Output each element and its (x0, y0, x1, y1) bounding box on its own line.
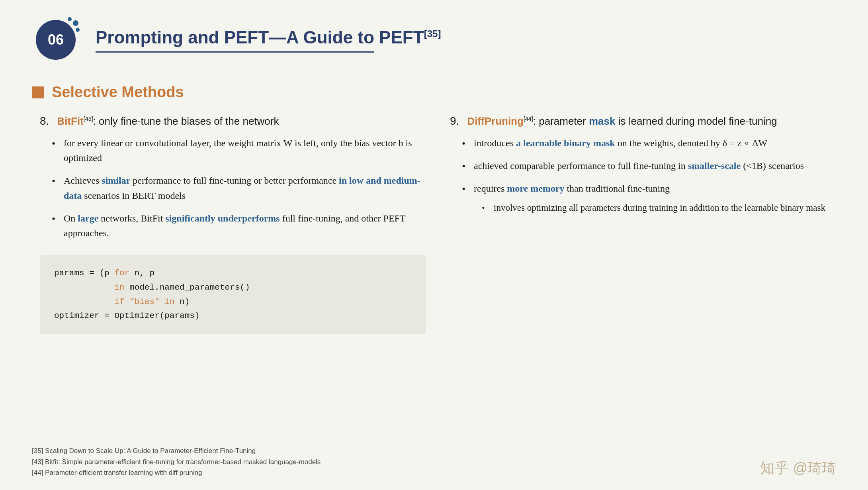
bitfit-label: BitFit (57, 115, 83, 127)
left-bullet-3: On large networks, BitFit significantly … (52, 211, 426, 241)
smaller-scale-highlight: smaller-scale (688, 161, 741, 171)
left-bullet-2: Achieves similar performance to full fin… (52, 173, 426, 203)
learnable-mask-highlight: a learnable binary mask (516, 138, 615, 148)
slide-number: 06 (48, 31, 64, 48)
right-sub-bullet-list: involves optimizing all parameters durin… (482, 201, 836, 215)
diffpruning-label: DiffPruning (467, 115, 524, 127)
large-highlight: large (78, 213, 98, 223)
item8-heading: 8.BitFit[43]: only fine-tune the biases … (40, 113, 426, 129)
right-bullet-3: requires more memory than traditional fi… (462, 181, 836, 215)
badge-circle: 06 (36, 20, 76, 60)
header-title: Prompting and PEFT—A Guide to PEFT[35] (96, 27, 836, 48)
mask-highlight: mask (589, 115, 616, 127)
code-block: params = (p for n, p in model.named_para… (40, 255, 426, 334)
content-area: 8.BitFit[43]: only fine-tune the biases … (40, 113, 836, 334)
ref-35: [35] Scaling Down to Scale Up: A Guide t… (32, 445, 321, 456)
ref-44: [44] Parameter-efficient transfer learni… (32, 467, 321, 478)
svg-point-1 (68, 17, 72, 21)
more-memory-highlight: more memory (507, 183, 564, 194)
left-column: 8.BitFit[43]: only fine-tune the biases … (40, 113, 426, 334)
underperforms-highlight: significantly underperforms (165, 213, 280, 223)
header-title-area: Prompting and PEFT—A Guide to PEFT[35] (96, 27, 836, 53)
slide-number-badge: 06 (32, 16, 80, 64)
watermark: 知乎 @琦琦 (760, 459, 836, 478)
similar-highlight: similar (102, 175, 130, 186)
item9-heading: 9.DiffPruning[44]: parameter mask is lea… (450, 113, 836, 129)
right-bullet-1: introduces a learnable binary mask on th… (462, 136, 836, 151)
section-title: Selective Methods (52, 84, 184, 101)
svg-point-0 (73, 20, 78, 26)
footer: [35] Scaling Down to Scale Up: A Guide t… (32, 445, 836, 478)
right-bullet-2: achieved comparable performance to full … (462, 159, 836, 173)
footer-references: [35] Scaling Down to Scale Up: A Guide t… (32, 445, 321, 478)
slide: 06 Prompting and PEFT—A Guide to PEFT[35… (0, 0, 868, 490)
right-column: 9.DiffPruning[44]: parameter mask is lea… (450, 113, 836, 334)
left-bullet-list: for every linear or convolutional layer,… (52, 136, 426, 241)
right-bullet-list: introduces a learnable binary mask on th… (462, 136, 836, 215)
left-bullet-1: for every linear or convolutional layer,… (52, 136, 426, 165)
ref-43: [43] Bitfit: Simple parameter-efficient … (32, 457, 321, 467)
section-heading: Selective Methods (32, 84, 836, 101)
header: 06 Prompting and PEFT—A Guide to PEFT[35… (32, 16, 836, 64)
section-square-icon (32, 86, 44, 98)
svg-point-2 (76, 28, 80, 32)
header-underline (96, 51, 374, 53)
right-sub-bullet-1: involves optimizing all parameters durin… (482, 201, 836, 215)
